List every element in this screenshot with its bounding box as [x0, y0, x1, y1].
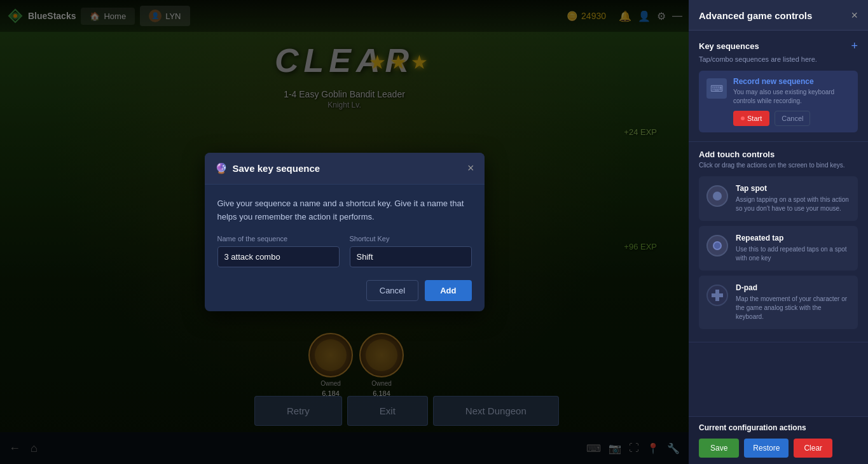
touch-controls-section: Add touch controls Click or drag the act… — [689, 142, 868, 342]
repeated-tap-desc: Use this to add repeated taps on a spot … — [736, 245, 850, 263]
modal-overlay: 🔮 Save key sequence × Give your sequence… — [0, 0, 689, 464]
cancel-recording-button[interactable]: Cancel — [775, 111, 810, 126]
start-label: Start — [747, 115, 762, 122]
repeated-tap-name: Repeated tap — [736, 234, 850, 243]
key-sequences-title: Key sequences — [699, 41, 759, 51]
shortcut-key-input[interactable] — [350, 246, 472, 267]
record-new-sequence-box: ⌨ Record new sequence You may also use e… — [699, 71, 858, 132]
modal-header: 🔮 Save key sequence × — [205, 153, 485, 185]
panel-header: Advanced game controls × — [689, 0, 868, 31]
repeated-tap-icon — [706, 235, 728, 257]
key-sequences-section: Key sequences + Tap/combo sequences are … — [689, 31, 868, 142]
save-key-sequence-modal: 🔮 Save key sequence × Give your sequence… — [205, 153, 485, 312]
config-title: Current configuration actions — [699, 423, 858, 432]
modal-title-row: 🔮 Save key sequence — [215, 162, 320, 174]
modal-description: Give your sequence a name and a shortcut… — [217, 197, 472, 224]
start-recording-button[interactable]: Start — [733, 111, 769, 126]
touch-controls-title: Add touch controls — [699, 150, 858, 159]
tap-spot-info: Tap spot Assign tapping on a spot with t… — [736, 184, 850, 213]
modal-cancel-button[interactable]: Cancel — [366, 280, 418, 301]
panel-close-button[interactable]: × — [851, 9, 858, 22]
name-field-label: Name of the sequence — [217, 235, 340, 243]
record-icon-box: ⌨ — [706, 78, 727, 99]
dpad-icon — [706, 285, 728, 306]
tap-spot-item[interactable]: Tap spot Assign tapping on a spot with t… — [699, 176, 858, 221]
modal-title: Save key sequence — [233, 163, 320, 174]
restore-button[interactable]: Restore — [744, 439, 789, 458]
modal-icon: 🔮 — [215, 162, 228, 174]
repeated-tap-item[interactable]: Repeated tap Use this to add repeated ta… — [699, 226, 858, 271]
record-buttons: Start Cancel — [733, 111, 850, 126]
modal-add-button[interactable]: Add — [425, 280, 471, 301]
right-panel: Advanced game controls × Key sequences +… — [689, 0, 868, 464]
dpad-info: D-pad Map the movement of your character… — [736, 283, 850, 321]
sequence-name-input[interactable] — [217, 246, 340, 267]
record-icon: ⌨ — [710, 83, 723, 94]
key-sequences-header: Key sequences + — [699, 39, 858, 53]
panel-scroll[interactable]: Key sequences + Tap/combo sequences are … — [689, 31, 868, 464]
dpad-name: D-pad — [736, 283, 850, 292]
game-area: BlueStacks 🏠 Home 👤 LYN 🪙 24930 🔔 👤 ⚙ — … — [0, 0, 689, 464]
dpad-item[interactable]: D-pad Map the movement of your character… — [699, 276, 858, 329]
tap-spot-name: Tap spot — [736, 184, 850, 193]
config-buttons: Save Restore Clear — [699, 439, 858, 458]
clear-button[interactable]: Clear — [794, 439, 832, 458]
add-sequence-button[interactable]: + — [851, 39, 858, 53]
panel-title: Advanced game controls — [699, 10, 812, 21]
record-desc: You may also use existing keyboard contr… — [733, 88, 850, 106]
tap-spot-desc: Assign tapping on a spot with this actio… — [736, 195, 850, 213]
modal-actions: Cancel Add — [217, 280, 472, 301]
save-button[interactable]: Save — [699, 439, 739, 458]
name-field-group: Name of the sequence — [217, 235, 340, 267]
modal-fields: Name of the sequence Shortcut Key — [217, 235, 472, 267]
record-dot — [741, 116, 745, 120]
record-title: Record new sequence — [733, 77, 850, 86]
touch-controls-desc: Click or drag the actions on the screen … — [699, 161, 858, 170]
record-info: Record new sequence You may also use exi… — [733, 77, 850, 126]
modal-close-button[interactable]: × — [467, 162, 474, 175]
tap-spot-icon — [706, 185, 728, 207]
repeated-tap-info: Repeated tap Use this to add repeated ta… — [736, 234, 850, 263]
shortcut-field-group: Shortcut Key — [350, 235, 472, 267]
modal-body: Give your sequence a name and a shortcut… — [205, 185, 485, 312]
key-sequences-desc: Tap/combo sequences are listed here. — [699, 55, 858, 63]
dpad-desc: Map the movement of your character or th… — [736, 295, 850, 321]
config-section: Current configuration actions Save Resto… — [689, 416, 868, 464]
shortcut-field-label: Shortcut Key — [350, 235, 472, 243]
